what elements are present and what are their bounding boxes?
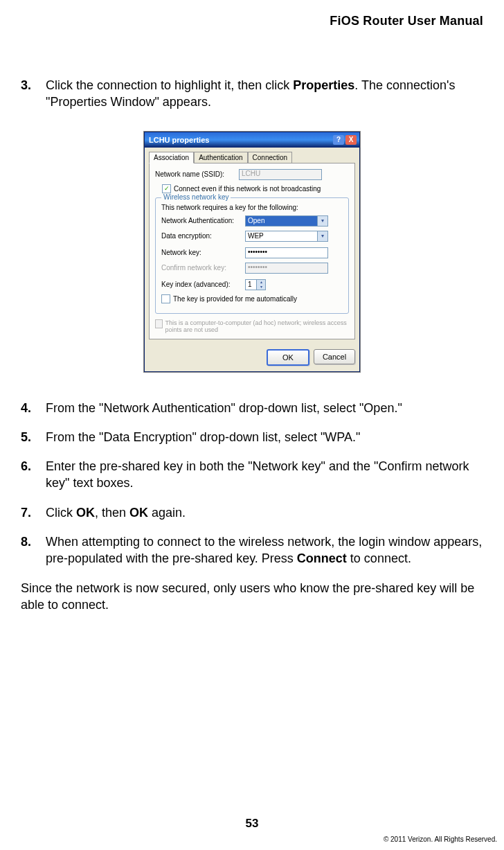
adhoc-label: This is a computer-to-computer (ad hoc) … xyxy=(165,319,349,333)
manual-page: FiOS Router User Manual 3. Click the con… xyxy=(0,0,504,850)
step-number: 8. xyxy=(21,533,46,567)
copyright: © 2011 Verizon. All Rights Reserved. xyxy=(384,835,497,843)
step-list-continued: 4. From the "Network Authentication" dro… xyxy=(21,400,483,567)
tab-authentication[interactable]: Authentication xyxy=(194,152,247,163)
closing-paragraph: Since the network is now secured, only u… xyxy=(21,580,483,614)
dialog-title: LCHU properties xyxy=(149,136,209,144)
step-text: Click the connection to highlight it, th… xyxy=(46,77,483,111)
step-number: 7. xyxy=(21,504,46,521)
confirm-key-input[interactable]: •••••••• xyxy=(245,263,328,274)
step-text: Enter the pre-shared key in both the "Ne… xyxy=(46,458,483,492)
wireless-key-fieldset: Wireless network key This network requir… xyxy=(155,197,349,314)
key-index-value: 1 xyxy=(248,281,252,288)
spinner-arrows-icon[interactable]: ▴▾ xyxy=(256,280,265,290)
step-3: 3. Click the connection to highlight it,… xyxy=(21,77,483,111)
key-index-spinner[interactable]: 1 ▴▾ xyxy=(245,279,266,290)
figure-container: LCHU properties ? X Association Authenti… xyxy=(21,132,483,372)
encryption-select[interactable]: WEP ▾ xyxy=(245,231,328,242)
confirm-key-label: Confirm network key: xyxy=(161,264,241,272)
step-8: 8. When attempting to connect to the wir… xyxy=(21,533,483,567)
auth-label: Network Authentication: xyxy=(161,217,241,224)
network-key-input[interactable]: •••••••• xyxy=(245,247,328,258)
enc-label: Data encryption: xyxy=(161,232,241,240)
chevron-down-icon: ▾ xyxy=(317,231,327,241)
close-icon[interactable]: X xyxy=(345,135,357,145)
cancel-button[interactable]: Cancel xyxy=(314,349,355,364)
bold-term: OK xyxy=(129,506,148,520)
step-text: When attempting to connect to the wirele… xyxy=(46,533,483,567)
key-label: Network key: xyxy=(161,249,241,256)
ssid-input[interactable]: LCHU xyxy=(239,169,322,180)
connect-broadcast-checkbox[interactable]: ✓ xyxy=(162,184,171,193)
step-number: 3. xyxy=(21,77,46,111)
step-number: 6. xyxy=(21,458,46,492)
step-7: 7. Click OK, then OK again. xyxy=(21,504,483,521)
step-5: 5. From the "Data Encryption" drop-down … xyxy=(21,429,483,445)
step-text: From the "Network Authentication" drop-d… xyxy=(46,400,483,416)
auth-value: Open xyxy=(248,217,264,224)
page-header: FiOS Router User Manual xyxy=(21,14,483,28)
step-number: 4. xyxy=(21,400,46,416)
ok-button[interactable]: OK xyxy=(267,349,309,366)
ssid-label: Network name (SSID): xyxy=(155,170,235,178)
enc-value: WEP xyxy=(248,232,264,240)
help-icon[interactable]: ? xyxy=(333,135,344,145)
auto-key-checkbox[interactable] xyxy=(161,294,170,303)
fieldset-legend: Wireless network key xyxy=(161,193,231,201)
step-list: 3. Click the connection to highlight it,… xyxy=(21,77,483,111)
step-number: 5. xyxy=(21,429,46,445)
adhoc-checkbox xyxy=(155,319,163,328)
tab-association[interactable]: Association xyxy=(149,152,194,163)
tab-connection[interactable]: Connection xyxy=(248,152,293,163)
bold-term: Properties xyxy=(293,78,354,92)
bold-term: Connect xyxy=(297,551,347,565)
chevron-down-icon: ▾ xyxy=(317,216,327,226)
dialog-titlebar: LCHU properties ? X xyxy=(145,132,359,148)
connect-broadcast-label: Connect even if this network is not broa… xyxy=(174,185,321,193)
auth-select[interactable]: Open ▾ xyxy=(245,215,328,227)
fieldset-desc: This network requires a key for the foll… xyxy=(161,204,343,211)
adhoc-row: This is a computer-to-computer (ad hoc) … xyxy=(155,319,349,333)
step-4: 4. From the "Network Authentication" dro… xyxy=(21,400,483,416)
key-index-label: Key index (advanced): xyxy=(161,281,241,288)
step-text: Click OK, then OK again. xyxy=(46,504,483,521)
auto-key-label: The key is provided for me automatically xyxy=(173,295,297,303)
step-text: From the "Data Encryption" drop-down lis… xyxy=(46,429,483,445)
bold-term: OK xyxy=(76,506,95,520)
tab-strip: Association Authentication Connection xyxy=(149,152,355,163)
tab-panel-association: Network name (SSID): LCHU ✓ Connect even… xyxy=(149,163,355,339)
page-number: 53 xyxy=(0,817,504,831)
step-6: 6. Enter the pre-shared key in both the … xyxy=(21,458,483,492)
properties-dialog: LCHU properties ? X Association Authenti… xyxy=(144,132,360,372)
